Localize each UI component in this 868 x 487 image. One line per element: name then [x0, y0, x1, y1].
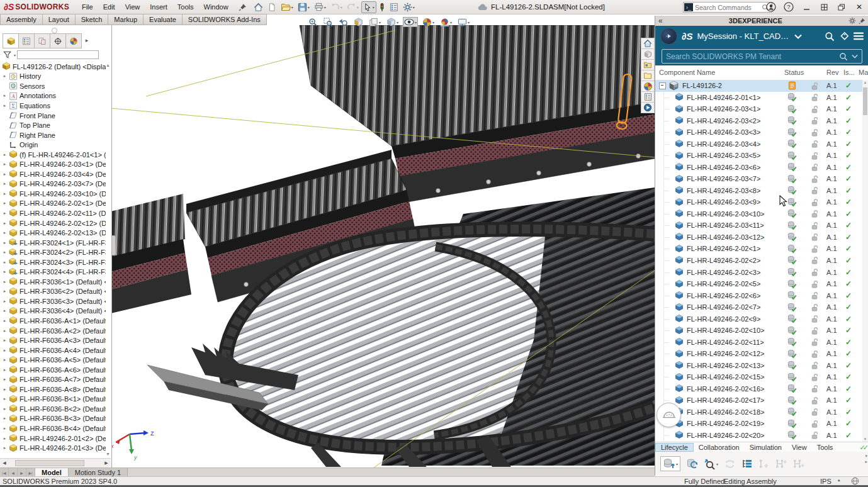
new-doc-button[interactable] [266, 1, 278, 13]
expand-arrow-icon[interactable]: ▸ [1, 191, 8, 196]
print-button[interactable]: ▾ [312, 1, 328, 13]
component-row[interactable]: FL-HR-L49246-2-01<1>A.1✓ [655, 92, 863, 104]
tree-item[interactable]: ▸FL-HR-F6036-A<8> (Default) <<D [0, 384, 106, 395]
component-row[interactable]: FL-HR-L49246-2-02<13>A.1✓ [655, 359, 863, 371]
explore-search-button[interactable]: ▾ [704, 459, 718, 469]
minimize-button[interactable] [801, 2, 811, 12]
expand-arrow-icon[interactable]: ▸ [1, 406, 8, 411]
chevron-down-icon[interactable] [794, 34, 802, 39]
component-row[interactable]: FL-HR-L49246-2-02<16>A.1✓ [655, 383, 863, 395]
status-globe-icon[interactable] [851, 477, 859, 485]
component-row[interactable]: FL-HR-L49246-2-02<6>A.1✓ [655, 289, 863, 301]
expand-arrow-icon[interactable]: ▸ [1, 377, 8, 382]
expand-arrow-icon[interactable]: ▸ [1, 416, 8, 421]
ribbon-tab-layout[interactable]: Layout [43, 14, 76, 25]
expand-arrow-icon[interactable]: ▸ [1, 308, 8, 313]
column-header[interactable]: Rev [826, 69, 839, 76]
expand-arrow-icon[interactable]: ▸ [1, 445, 8, 451]
maximize-button[interactable] [819, 2, 829, 12]
tree-item[interactable]: Front Plane [0, 111, 106, 121]
component-row[interactable]: FL-HR-L49246-2-03<11>A.1✓ [655, 220, 863, 232]
tree-item[interactable]: ▸FL-HR-L49246-2-02<12> (Default) [0, 218, 106, 228]
pin-panel-icon[interactable] [859, 18, 865, 25]
units-caret-icon[interactable]: ▴ [838, 478, 840, 483]
task-list-button[interactable] [388, 1, 400, 13]
expand-arrow-icon[interactable]: ▸ [1, 240, 8, 245]
scroll-up-icon[interactable]: ▲ [862, 81, 868, 84]
component-row[interactable]: FL-HR-L49246-2-02<5>A.1✓ [655, 278, 863, 290]
save-platform-button[interactable]: ▾ [660, 456, 680, 471]
tree-item[interactable]: ▸History [0, 72, 106, 82]
tree-item[interactable]: ▸FL-HR-L49246-2-03<10> (Default) [0, 189, 106, 199]
scroll-up-icon[interactable]: ▲ [106, 63, 110, 67]
tree-item[interactable]: Right Plane [0, 130, 106, 140]
component-row[interactable]: FL-HR-L49246-2-03<4>A.1✓ [655, 138, 863, 150]
filter-dropdown-icon[interactable]: ▾ [14, 53, 16, 57]
display-eye-button[interactable]: ▾ [403, 17, 418, 27]
tab-configuration-manager[interactable] [35, 33, 50, 48]
user-account-icon[interactable] [766, 2, 776, 12]
tree-item[interactable]: ▸FL-HR-F3036<2> (Default) <<Def. [0, 287, 106, 297]
component-row[interactable]: FL-HR-L49246-2-02<7>A.1✓ [655, 301, 863, 313]
expand-arrow-icon[interactable]: ▸ [1, 152, 8, 157]
component-row[interactable]: FL-HR-L49246-2-02<2>A.1✓ [655, 255, 863, 267]
expand-arrow-icon[interactable]: ▸ [1, 357, 8, 362]
column-header[interactable]: Ma [859, 69, 868, 76]
component-row[interactable]: FL-HR-L49246-2-02<9>A.1✓ [655, 313, 863, 325]
taskpane-home-3dx[interactable] [641, 38, 655, 49]
tree-item[interactable]: ▸AAnnotations [0, 91, 106, 101]
search-icon[interactable] [825, 31, 835, 42]
component-list-scrollbar[interactable]: ▲ ▼ [862, 80, 868, 442]
expand-arrow-icon[interactable]: ▸ [1, 279, 8, 284]
select-arrow-button[interactable]: ▾ [361, 1, 376, 13]
tab-simulation[interactable]: Simulation [745, 443, 787, 452]
expand-arrow-icon[interactable]: ▸ [1, 318, 8, 323]
menu-insert[interactable]: Insert [145, 1, 172, 13]
tree-item[interactable]: ▸(f) FL-HR-L49246-2-01<1> (Defau [0, 150, 106, 160]
panel-grip[interactable] [52, 28, 57, 33]
expand-arrow-icon[interactable]: ▸ [1, 74, 8, 79]
compass-avatar-icon[interactable] [660, 28, 677, 45]
menu-tools[interactable]: Tools [172, 1, 199, 13]
component-row[interactable]: FL-HR-L49246-2-03<1>A.1✓ [655, 103, 863, 115]
component-row[interactable]: FL-HR-L49246-2-03<12>A.1✓ [655, 232, 863, 244]
tree-item[interactable]: Top Plane [0, 120, 106, 130]
column-header[interactable]: Component Name [659, 69, 715, 76]
home-button[interactable] [252, 1, 265, 13]
menu-view[interactable]: View [120, 1, 145, 13]
undo-button[interactable]: ▾ [329, 1, 344, 13]
zoom-area-button[interactable] [322, 16, 334, 28]
tree-item[interactable]: ▸FL-HR-F3036<3> (Default) <<Def. [0, 296, 106, 306]
previous-view-button[interactable] [337, 16, 349, 28]
connect-nodes-alt-button[interactable] [792, 459, 804, 469]
tree-item[interactable]: ▸FL-HR-F6036-A<7> (Default) <<D [0, 375, 106, 385]
taskpane-file-explorer[interactable] [641, 70, 655, 81]
refresh-platform-button[interactable] [686, 458, 698, 469]
save-button[interactable]: ▾ [296, 1, 312, 13]
toolbar-overflow-icons[interactable]: ▾▸ [865, 453, 867, 464]
expand-arrow-icon[interactable]: ▸ [1, 211, 8, 216]
ribbon-tab-markup[interactable]: Markup [108, 14, 144, 25]
column-header[interactable]: Status [784, 69, 804, 76]
tree-root-item[interactable]: FL-L49126-2 (Default) <Display State-1 [0, 62, 106, 72]
expand-arrow-icon[interactable]: ▸ [1, 299, 8, 304]
tree-item[interactable]: ▸FL-HR-L49246-2-02<1> (Default) [0, 199, 106, 209]
tree-item[interactable]: ▸FL-HR-F3024<1> (FL-HR-F3024) < [0, 238, 106, 248]
expand-arrow-icon[interactable]: ▸ [1, 426, 8, 431]
tree-item[interactable]: ▸FL-HR-F3036<4> (Default) <<Def. [0, 306, 106, 316]
component-root-row[interactable]: FL-L49126-2 A.1 ✓ [655, 80, 863, 92]
tree-item[interactable]: ▸FL-HR-F3024<2> (FL-HR-F3024) < [0, 247, 106, 257]
expand-arrow-icon[interactable]: ▸ [1, 367, 8, 372]
tree-item[interactable]: ▸FL-HR-F6036-B<1> (Default) <<D [0, 395, 106, 405]
tree-item[interactable]: ▸FL-HR-F6036-B<2> (Default) <<D [0, 404, 106, 414]
expand-arrow-icon[interactable]: ▸ [1, 436, 8, 441]
expand-arrow-icon[interactable]: ▸ [1, 103, 8, 108]
insert-node-button[interactable] [758, 459, 769, 469]
tree-item[interactable]: ▸ΣEquations [0, 101, 106, 111]
tab-last-icon[interactable]: ▶| [26, 468, 35, 477]
tab-lifecycle[interactable]: Lifecycle [655, 443, 694, 452]
tab-first-icon[interactable]: |◀ [0, 468, 9, 477]
expand-arrow-icon[interactable]: ▸ [1, 328, 8, 333]
tree-item[interactable]: ▸FL-HR-F6036-A<4> (Default) <<D [0, 345, 106, 355]
tree-item[interactable]: ▸FL-HR-F3036<1> (Default) <<Def. [0, 277, 106, 287]
